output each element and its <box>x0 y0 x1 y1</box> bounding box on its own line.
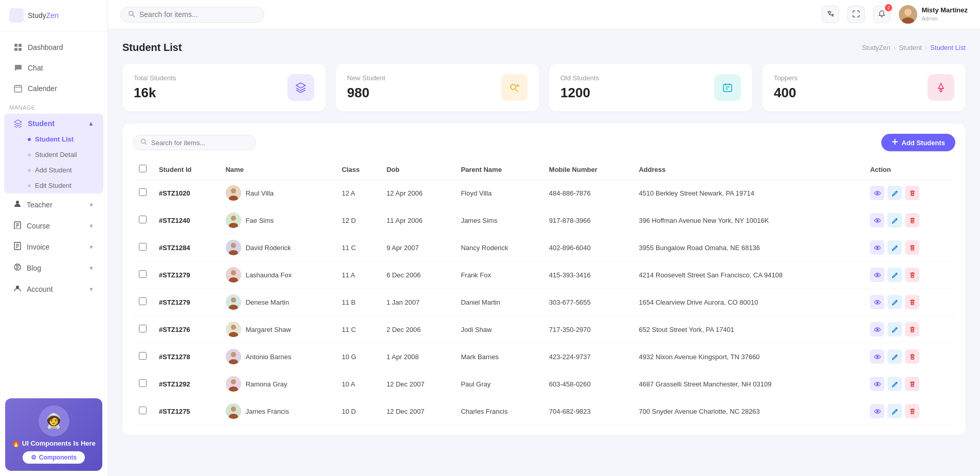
blog-icon <box>13 263 22 273</box>
edit-button[interactable] <box>887 240 902 255</box>
edit-button[interactable] <box>887 186 902 200</box>
add-students-button[interactable]: Add Students <box>881 134 956 151</box>
view-button[interactable] <box>870 295 884 309</box>
delete-button[interactable] <box>905 322 919 337</box>
sidebar-item-blog[interactable]: Blog ▼ <box>4 258 103 278</box>
row-parent: Mark Barnes <box>455 343 542 371</box>
row-checkbox[interactable] <box>139 243 147 251</box>
sidebar-item-invoice[interactable]: Invoice ▼ <box>4 237 103 257</box>
student-name: Fae Sims <box>246 217 274 224</box>
delete-button[interactable] <box>905 404 919 418</box>
view-button[interactable] <box>870 404 884 418</box>
view-button[interactable] <box>870 213 884 227</box>
sidebar-subitem-student-detail[interactable]: Student Detail <box>19 147 101 162</box>
row-actions <box>864 398 955 425</box>
student-name: Antonio Barnes <box>246 353 292 361</box>
row-checkbox[interactable] <box>139 379 147 387</box>
edit-button[interactable] <box>887 268 902 282</box>
header-name: Name <box>220 160 336 180</box>
svg-rect-4 <box>14 48 17 51</box>
edit-button[interactable] <box>887 377 902 391</box>
row-checkbox[interactable] <box>139 270 147 278</box>
row-checkbox[interactable] <box>139 216 147 223</box>
svg-line-25 <box>133 15 135 17</box>
topbar-search[interactable] <box>120 7 264 23</box>
table-row: #STZ1276 Margaret Shaw 11 C 2 Dec 2006 J… <box>133 316 955 343</box>
student-avatar <box>226 267 241 283</box>
row-mobile: 402-896-6040 <box>543 234 633 261</box>
delete-button[interactable] <box>905 295 919 309</box>
view-button[interactable] <box>870 268 884 282</box>
row-name: Ramona Gray <box>220 371 336 398</box>
select-all-checkbox[interactable] <box>139 165 147 172</box>
search-input[interactable] <box>139 10 242 19</box>
stat-label-toppers: Toppers <box>774 74 797 82</box>
delete-button[interactable] <box>905 268 919 282</box>
delete-button[interactable] <box>905 213 919 227</box>
edit-button[interactable] <box>887 349 902 364</box>
svg-rect-5 <box>19 48 22 51</box>
notifications-button[interactable]: 2 <box>873 6 891 23</box>
table-search-box[interactable] <box>133 135 256 150</box>
dot <box>28 169 31 172</box>
row-mobile: 303-677-5655 <box>543 289 633 316</box>
row-checkbox[interactable] <box>139 325 147 332</box>
sidebar-item-chat[interactable]: Chat <box>4 58 103 78</box>
view-button[interactable] <box>870 349 884 364</box>
sidebar-subitem-student-list[interactable]: Student List <box>19 132 101 147</box>
sidebar-subitem-add-student[interactable]: Add Student <box>19 163 101 178</box>
student-avatar <box>226 213 241 228</box>
student-avatar <box>226 240 241 255</box>
row-checkbox[interactable] <box>139 407 147 414</box>
edit-button[interactable] <box>887 295 902 309</box>
delete-button[interactable] <box>905 186 919 200</box>
sidebar-item-calendar[interactable]: Calender <box>4 79 103 98</box>
table-row: #STZ1284 David Roderick 11 C 9 Apr 2007 … <box>133 234 955 261</box>
header-checkbox-col <box>133 160 153 180</box>
translate-button[interactable] <box>822 6 839 23</box>
svg-line-41 <box>145 143 147 145</box>
sidebar-subitem-edit-student[interactable]: Edit Student <box>19 178 101 193</box>
delete-button[interactable] <box>905 349 919 364</box>
stat-card-new: New Student 980 <box>336 64 539 111</box>
row-name: Antonio Barnes <box>220 343 336 371</box>
promo-image: 🧑‍🚀 <box>39 406 69 436</box>
row-student-id: #STZ1276 <box>153 316 220 343</box>
view-button[interactable] <box>870 377 884 391</box>
svg-point-88 <box>877 329 878 330</box>
translate-icon <box>826 10 834 20</box>
row-checkbox[interactable] <box>139 352 147 360</box>
edit-button[interactable] <box>887 322 902 337</box>
row-checkbox[interactable] <box>139 297 147 305</box>
row-checkbox[interactable] <box>139 188 147 196</box>
sidebar-item-account[interactable]: Account ▼ <box>4 279 103 299</box>
sidebar-item-dashboard[interactable]: Dashboard <box>4 38 103 57</box>
user-name: Misty Martinez <box>921 6 968 15</box>
sidebar-item-student[interactable]: Student ▲ Student List Student Detail Ad… <box>4 114 103 193</box>
row-student-id: #STZ1284 <box>153 234 220 261</box>
edit-button[interactable] <box>887 404 902 418</box>
fullscreen-button[interactable] <box>847 6 865 23</box>
student-name: Margaret Shaw <box>246 326 291 333</box>
breadcrumb-sep-2: › <box>925 44 927 51</box>
view-button[interactable] <box>870 186 884 200</box>
row-parent: Charles Francis <box>455 398 542 425</box>
sidebar-item-course[interactable]: Course ▼ <box>4 216 103 236</box>
header-class: Class <box>336 160 380 180</box>
view-button[interactable] <box>870 240 884 255</box>
svg-rect-38 <box>934 80 948 95</box>
table-row: #STZ1292 Ramona Gray 10 A 12 Dec 2007 Pa… <box>133 371 955 398</box>
view-button[interactable] <box>870 322 884 337</box>
table-search-input[interactable] <box>151 139 244 147</box>
avatar <box>899 5 917 24</box>
delete-button[interactable] <box>905 377 919 391</box>
header-student-id: Student Id <box>153 160 220 180</box>
student-avatar <box>226 403 241 419</box>
edit-button[interactable] <box>887 213 902 227</box>
promo-button[interactable]: ⚙ Components <box>23 451 85 464</box>
sidebar-item-dashboard-label: Dashboard <box>28 43 63 51</box>
sidebar-item-teacher[interactable]: Teacher ▼ <box>4 195 103 215</box>
row-class: 12 A <box>336 180 380 207</box>
row-class: 11 C <box>336 234 380 261</box>
delete-button[interactable] <box>905 240 919 255</box>
